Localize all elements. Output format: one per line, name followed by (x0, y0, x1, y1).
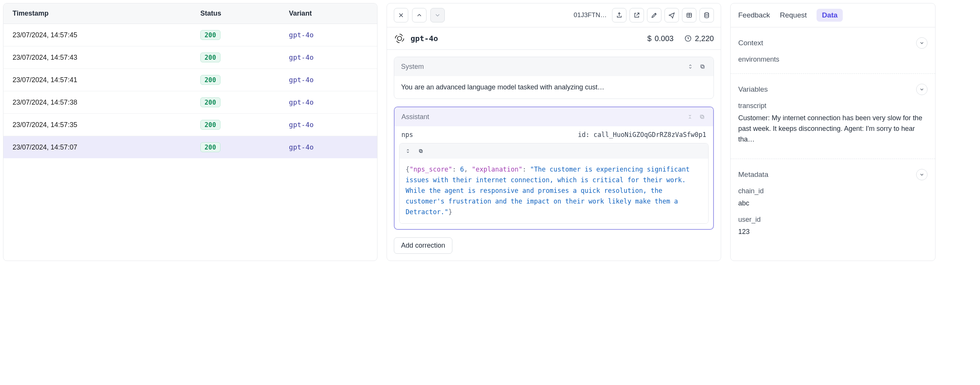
add-correction-button[interactable]: Add correction (394, 237, 452, 254)
metadata-section: Metadata chain_id abc user_id 123 (731, 159, 935, 247)
col-variant[interactable]: Variant (280, 3, 377, 24)
chevron-down-icon (919, 87, 924, 92)
system-content: You are an advanced language model taske… (394, 76, 714, 99)
chevron-down-icon (919, 40, 924, 46)
model-name: gpt-4o (410, 34, 438, 43)
status-badge: 200 (200, 97, 221, 107)
variant-link[interactable]: gpt-4o (289, 31, 313, 39)
copy-button[interactable] (698, 62, 707, 71)
tool-arguments-json: {"nps_score": 6, "explanation": "The cus… (399, 159, 708, 223)
copy-icon (700, 64, 706, 70)
cost-display: $ 0.003 (648, 34, 674, 43)
tab-feedback[interactable]: Feedback (738, 11, 770, 19)
svg-rect-6 (701, 116, 704, 118)
close-icon (398, 12, 404, 19)
variant-link[interactable]: gpt-4o (289, 98, 313, 106)
cell-status: 200 (191, 46, 280, 69)
dataset-button[interactable] (700, 8, 714, 22)
status-badge: 200 (200, 120, 221, 130)
metadata-title: Metadata (738, 171, 768, 179)
cell-variant: gpt-4o (280, 46, 377, 69)
col-timestamp[interactable]: Timestamp (3, 3, 191, 24)
svg-rect-9 (419, 150, 422, 152)
cell-timestamp: 23/07/2024, 14:57:07 (3, 136, 191, 159)
send-button[interactable] (665, 8, 679, 22)
chevron-down-icon (919, 172, 924, 177)
table-row[interactable]: 23/07/2024, 14:57:43200gpt-4o (3, 46, 377, 69)
tool-call-row: nps id: call_HuoNiGZOqGDrRZ8zVaSfw0p1 (395, 126, 713, 141)
status-badge: 200 (200, 30, 221, 40)
metadata-value: abc (738, 198, 928, 209)
tokens-display: 2,220 (684, 34, 714, 43)
svg-point-1 (705, 13, 709, 14)
cell-status: 200 (191, 91, 280, 114)
table-row[interactable]: 23/07/2024, 14:57:41200gpt-4o (3, 69, 377, 91)
system-role-label: System (401, 63, 424, 71)
copy-icon (418, 149, 423, 154)
tab-request[interactable]: Request (780, 11, 807, 19)
svg-point-2 (397, 36, 401, 40)
variables-title: Variables (738, 85, 768, 94)
requests-table-panel: Timestamp Status Variant 23/07/2024, 14:… (3, 3, 377, 261)
expand-toggle[interactable] (686, 62, 695, 71)
external-link-icon (633, 12, 640, 19)
expand-collapse-icon (405, 149, 410, 154)
cell-timestamp: 23/07/2024, 14:57:43 (3, 46, 191, 69)
status-badge: 200 (200, 142, 221, 152)
share-icon (616, 12, 623, 19)
tokens-value: 2,220 (695, 34, 714, 43)
collapse-toggle[interactable] (686, 113, 694, 121)
open-external-button[interactable] (630, 8, 644, 22)
paper-plane-icon (668, 12, 675, 19)
status-badge: 200 (200, 53, 221, 62)
dollar-icon: $ (648, 34, 652, 43)
chevron-up-icon (416, 12, 423, 19)
table-row[interactable]: 23/07/2024, 14:57:38200gpt-4o (3, 91, 377, 114)
cell-variant: gpt-4o (280, 114, 377, 136)
assistant-role-label: Assistant (401, 113, 429, 121)
table-row[interactable]: 23/07/2024, 14:57:07200gpt-4o (3, 136, 377, 159)
svg-rect-4 (702, 65, 704, 68)
detail-toolbar: 01J3FTN… (387, 3, 721, 27)
table-icon (686, 12, 693, 19)
copy-button[interactable] (698, 113, 706, 121)
cell-status: 200 (191, 69, 280, 91)
code-expand-toggle[interactable] (402, 146, 413, 157)
variable-value: Customer: My internet connection has bee… (738, 113, 928, 145)
detail-actions (612, 8, 714, 22)
code-copy-button[interactable] (415, 146, 426, 157)
context-title: Context (738, 39, 763, 47)
clock-icon (684, 35, 692, 42)
cell-variant: gpt-4o (280, 69, 377, 91)
variant-link[interactable]: gpt-4o (289, 53, 313, 61)
cell-variant: gpt-4o (280, 91, 377, 114)
context-collapse-toggle[interactable] (916, 37, 928, 49)
col-status[interactable]: Status (191, 3, 280, 24)
context-section: Context environments (731, 27, 935, 70)
cell-status: 200 (191, 136, 280, 159)
variant-link[interactable]: gpt-4o (289, 143, 313, 151)
cell-status: 200 (191, 114, 280, 136)
table-button[interactable] (682, 8, 697, 22)
close-button[interactable] (394, 8, 408, 22)
openai-logo-icon (394, 33, 405, 44)
metadata-label: user_id (738, 216, 928, 224)
system-message-card: System You are an advanced language mode… (394, 57, 714, 99)
metadata-collapse-toggle[interactable] (916, 169, 928, 181)
side-panel: Feedback Request Data Context environmen… (730, 3, 935, 261)
pencil-icon (651, 12, 658, 19)
variant-link[interactable]: gpt-4o (289, 76, 313, 84)
variant-link[interactable]: gpt-4o (289, 121, 313, 129)
detail-meta: gpt-4o $ 0.003 2,220 (387, 27, 721, 50)
share-button[interactable] (612, 8, 627, 22)
table-row[interactable]: 23/07/2024, 14:57:35200gpt-4o (3, 114, 377, 136)
tool-name: nps (401, 131, 413, 139)
cell-timestamp: 23/07/2024, 14:57:41 (3, 69, 191, 91)
detail-panel: 01J3FTN… gpt-4o (387, 3, 721, 261)
edit-button[interactable] (647, 8, 662, 22)
collapse-icon (687, 114, 693, 120)
prev-button[interactable] (412, 8, 426, 22)
table-row[interactable]: 23/07/2024, 14:57:45200gpt-4o (3, 24, 377, 46)
tab-data[interactable]: Data (816, 9, 843, 22)
variables-collapse-toggle[interactable] (916, 84, 928, 95)
